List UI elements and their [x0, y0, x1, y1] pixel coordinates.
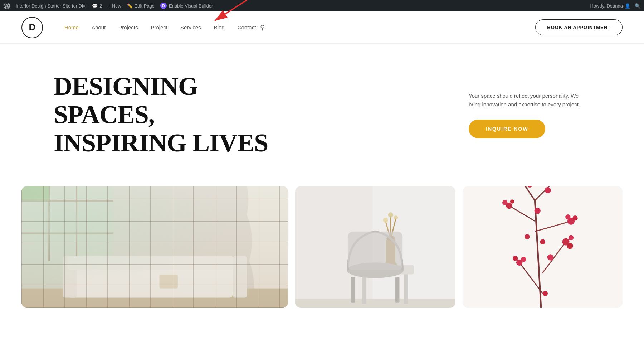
svg-point-59: [572, 215, 577, 220]
svg-rect-2: [21, 186, 288, 308]
svg-point-56: [502, 200, 507, 205]
nav-link-blog[interactable]: Blog: [214, 24, 225, 30]
admin-bar-new[interactable]: + New: [108, 3, 121, 9]
living-room-svg: [21, 186, 288, 308]
hero-cta-area: Your space should reflect your personali…: [447, 92, 590, 138]
svg-point-53: [513, 256, 518, 261]
admin-bar-comments[interactable]: 💬 2: [92, 3, 102, 9]
svg-rect-14: [68, 256, 233, 270]
svg-point-67: [542, 291, 547, 296]
svg-rect-35: [463, 186, 623, 308]
divi-logo: D: [160, 3, 167, 9]
nav-link-about[interactable]: About: [92, 24, 106, 30]
svg-rect-10: [21, 288, 288, 307]
svg-point-64: [547, 254, 553, 260]
nav-link-home[interactable]: Home: [64, 24, 79, 30]
svg-point-63: [540, 239, 545, 244]
nav-links: Home About Projects Project Services Blo…: [64, 24, 256, 31]
hero-title-area: DESIGNING SPACES, INSPIRING LIVES: [54, 72, 447, 157]
living-room-image: [21, 186, 288, 308]
main-nav: D Home About Projects Project Services B…: [0, 11, 644, 44]
nav-link-project[interactable]: Project: [151, 24, 167, 30]
svg-point-30: [388, 212, 393, 217]
svg-point-54: [521, 257, 526, 262]
svg-point-57: [510, 199, 514, 204]
nav-item-project[interactable]: Project: [151, 24, 167, 31]
svg-point-51: [567, 243, 573, 249]
book-appointment-button[interactable]: BOOK AN APPOINTMENT: [535, 19, 623, 35]
gallery-item-flowers: [463, 186, 623, 308]
nav-link-contact[interactable]: Contact: [238, 24, 256, 30]
nav-search-icon[interactable]: ⚲: [260, 24, 265, 31]
svg-point-66: [534, 208, 540, 214]
admin-bar-howdy[interactable]: Howdy, Deanna 👤: [590, 3, 630, 9]
admin-bar-right: Howdy, Deanna 👤 🔍: [590, 3, 640, 9]
svg-point-65: [525, 234, 530, 239]
svg-point-62: [545, 187, 551, 193]
svg-point-50: [568, 235, 573, 240]
svg-rect-34: [395, 277, 400, 302]
svg-rect-33: [351, 277, 355, 302]
nav-item-home[interactable]: Home: [64, 24, 79, 31]
logo-circle: D: [21, 17, 43, 38]
hero-title: DESIGNING SPACES, INSPIRING LIVES: [54, 72, 286, 157]
nav-item-contact[interactable]: Contact: [238, 24, 256, 31]
admin-bar-search[interactable]: 🔍: [635, 3, 640, 9]
svg-point-60: [565, 214, 570, 219]
admin-bar: Interior Design Starter Site for Divi 💬 …: [0, 0, 644, 11]
wordpress-icon: [4, 3, 10, 9]
flowers-svg: [463, 186, 623, 308]
site-logo[interactable]: D: [21, 17, 43, 38]
svg-rect-20: [404, 273, 408, 304]
svg-point-28: [383, 217, 388, 222]
gallery-section: [0, 186, 644, 308]
hero-section: DESIGNING SPACES, INSPIRING LIVES Your s…: [0, 44, 644, 179]
admin-bar-edit-page[interactable]: ✏️ Edit Page: [127, 3, 155, 9]
nav-item-projects[interactable]: Projects: [118, 24, 138, 31]
chair-svg: [295, 186, 455, 308]
nav-item-blog[interactable]: Blog: [214, 24, 225, 31]
svg-point-29: [394, 215, 398, 220]
svg-rect-12: [63, 256, 77, 297]
inquire-now-button[interactable]: INQUIRE NOW: [469, 120, 545, 138]
svg-rect-3: [21, 186, 113, 308]
svg-rect-9: [21, 186, 49, 201]
svg-rect-18: [295, 299, 455, 308]
admin-bar-wp-logo[interactable]: [4, 3, 10, 9]
hero-subtitle: Your space should reflect your personali…: [469, 92, 590, 109]
nav-link-projects[interactable]: Projects: [118, 24, 138, 30]
nav-item-services[interactable]: Services: [180, 24, 201, 31]
svg-rect-8: [21, 186, 49, 201]
svg-rect-15: [160, 275, 178, 289]
svg-rect-32: [348, 231, 403, 270]
svg-rect-13: [233, 256, 247, 297]
gallery-item-living: [21, 186, 288, 308]
admin-bar-site-title[interactable]: Interior Design Starter Site for Divi: [16, 3, 86, 9]
enable-visual-builder-button[interactable]: D Enable Visual Builder: [160, 3, 213, 9]
nav-link-services[interactable]: Services: [180, 24, 201, 30]
gallery-item-chair: [295, 186, 455, 308]
svg-rect-11: [68, 261, 233, 297]
nav-item-about[interactable]: About: [92, 24, 106, 31]
